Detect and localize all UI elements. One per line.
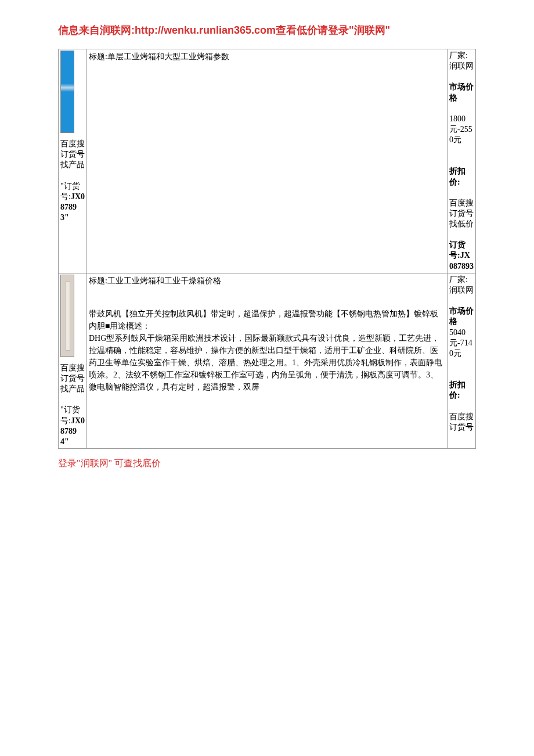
left-cell: 百度搜订货号找产品 "订货号:JX087893" (59, 49, 87, 273)
page-header: 信息来自润联网:http://wenku.runlian365.com查看低价请… (58, 23, 476, 37)
market-price-value: 5040元-7140元 (449, 328, 472, 358)
discount-label: 折扣价: (449, 380, 466, 399)
left-cell: 百度搜订货号找产品 "订货号:JX087894" (59, 273, 87, 448)
product-title: 标题:工业工业烤箱和工业干燥箱价格 (89, 275, 445, 287)
discount-tip: 百度搜订货号找低价 (449, 199, 474, 228)
discount-tip: 百度搜订货号 (449, 412, 474, 431)
product-title: 标题:单层工业烤箱和大型工业烤箱参数 (89, 51, 445, 63)
page-footer: 登录"润联网" 可查找底价 (58, 458, 476, 470)
vendor-value: 润联网 (449, 286, 474, 294)
market-price-label: 市场价格 (449, 307, 474, 326)
vendor-label: 厂家: (449, 51, 468, 60)
market-price-label: 市场价格 (449, 82, 474, 102)
mid-cell: 标题:工业工业烤箱和工业干燥箱价格 带鼓风机【独立开关控制鼓风机】带定时，超温保… (87, 273, 448, 448)
right-cell: 厂家:润联网 市场价格 5040元-7140元 折扣价: 百度搜订货号 (448, 273, 476, 448)
mid-cell: 标题:单层工业烤箱和大型工业烤箱参数 (87, 49, 448, 273)
product-thumbnail (60, 51, 74, 133)
product-description: 带鼓风机【独立开关控制鼓风机】带定时，超温保护，超温报警功能【不锈钢电热管加热】… (89, 308, 445, 393)
market-price-value: 1800元-2550元 (449, 114, 472, 144)
search-tip: 百度搜订货号找产品 (60, 363, 85, 393)
right-cell: 厂家:润联网 市场价格 1800元-2550元 折扣价: 百度搜订货号找低价 订… (448, 49, 476, 273)
vendor-value: 润联网 (449, 62, 474, 70)
table-row: 百度搜订货号找产品 "订货号:JX087894" 标题:工业工业烤箱和工业干燥箱… (59, 273, 476, 448)
discount-label: 折扣价: (449, 167, 466, 186)
table-row: 百度搜订货号找产品 "订货号:JX087893" 标题:单层工业烤箱和大型工业烤… (59, 49, 476, 273)
product-table: 百度搜订货号找产品 "订货号:JX087893" 标题:单层工业烤箱和大型工业烤… (58, 49, 476, 449)
vendor-label: 厂家: (449, 275, 468, 284)
search-tip: 百度搜订货号找产品 (60, 139, 85, 169)
product-thumbnail (60, 275, 74, 357)
